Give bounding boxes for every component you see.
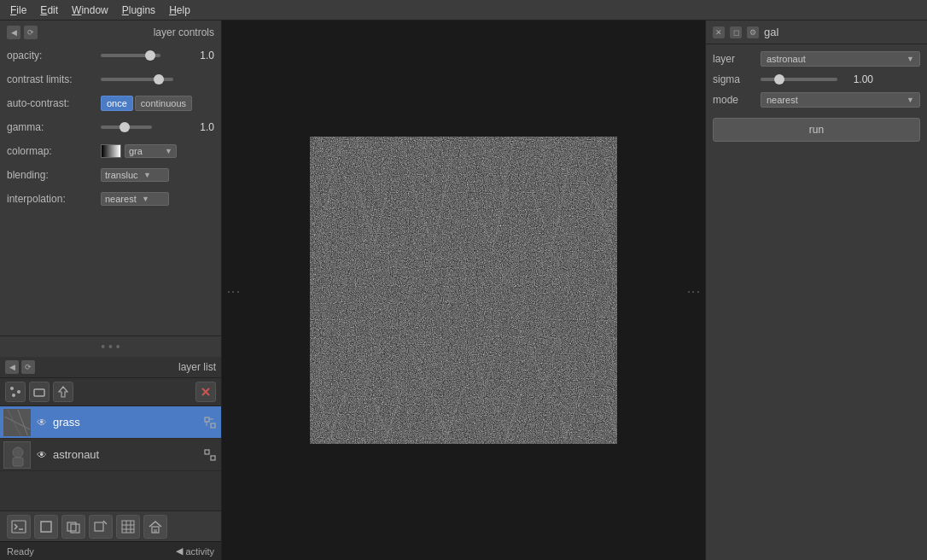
astronaut-layer-name: astronaut	[53, 448, 199, 461]
plugin-layer-label: layer	[713, 53, 755, 65]
layer-list-header: ◀ ⟳ layer list	[0, 357, 221, 378]
controls-icon-1[interactable]: ◀	[7, 26, 20, 39]
auto-contrast-label: auto-contrast:	[7, 97, 101, 109]
colormap-arrow-icon: ▼	[165, 147, 172, 155]
plugin-mode-dropdown[interactable]: nearest reflect constant wrap ▼	[761, 92, 920, 108]
interpolation-dropdown[interactable]: nearest linear cubic ▼	[101, 192, 169, 206]
svg-rect-19	[41, 522, 51, 532]
svg-rect-14	[13, 458, 23, 466]
svg-point-0	[10, 387, 14, 390]
left-resize-handle[interactable]: ⋮	[225, 285, 242, 295]
plugin-sigma-label: sigma	[713, 73, 755, 85]
layers-btn[interactable]	[61, 515, 85, 539]
controls-header: ◀ ⟳ layer controls	[7, 26, 214, 39]
run-button[interactable]: run	[713, 118, 920, 142]
statusbar: Ready ◀ activity	[0, 541, 221, 560]
contrast-slider-container	[101, 78, 214, 81]
menu-window[interactable]: Window	[65, 3, 115, 18]
blending-arrow-icon: ▼	[143, 171, 151, 179]
layer-list-icon-1[interactable]: ◀	[5, 360, 19, 374]
menu-help[interactable]: Help	[162, 3, 197, 18]
colormap-label: colormap:	[7, 145, 101, 157]
auto-contrast-once-btn[interactable]: once	[101, 96, 133, 111]
astronaut-expand-icon[interactable]	[202, 447, 218, 463]
opacity-slider[interactable]	[101, 54, 160, 57]
grid-btn[interactable]	[116, 515, 140, 539]
contrast-slider[interactable]	[101, 78, 173, 81]
grass-image	[310, 137, 617, 444]
home-btn[interactable]	[143, 515, 167, 539]
canvas-area: ⋮	[222, 20, 705, 560]
plugin-sigma-value: 1.00	[842, 73, 873, 85]
gamma-slider-container	[101, 125, 196, 129]
blending-row: blending: transluc opaque additive ▼	[7, 166, 214, 184]
gamma-value: 1.0	[200, 121, 214, 133]
colormap-container: gra viridis plasma ▼	[101, 144, 177, 158]
dots-separator-1: • • •	[0, 336, 221, 357]
plugin-sigma-slider-container: 1.00	[761, 73, 920, 85]
layer-list-header-icons: ◀ ⟳	[5, 360, 35, 374]
contrast-label: contrast limits:	[7, 73, 101, 85]
plugin-mode-arrow-icon: ▼	[907, 96, 914, 104]
svg-rect-3	[34, 389, 44, 396]
delete-layer-btn[interactable]	[195, 382, 216, 402]
grass-expand-icon[interactable]	[202, 415, 218, 430]
left-panel: ◀ ⟳ layer controls opacity: 1.0 contrast…	[0, 20, 222, 560]
bottom-toolbar	[0, 510, 221, 541]
layer-item-grass[interactable]: 👁 grass	[0, 406, 221, 439]
astronaut-thumbnail	[3, 441, 31, 469]
layer-list-icon-2[interactable]: ⟳	[21, 360, 35, 374]
plugin-layer-select[interactable]: astronaut grass	[767, 54, 905, 64]
opacity-value: 1.0	[200, 50, 214, 61]
svg-rect-8	[205, 417, 209, 422]
svg-rect-32	[310, 137, 617, 444]
interpolation-label: interpolation:	[7, 193, 101, 205]
colormap-dropdown[interactable]: gra viridis plasma ▼	[125, 144, 177, 158]
add-shapes-btn[interactable]	[29, 382, 50, 402]
plugin-sigma-slider[interactable]	[761, 78, 837, 81]
grass-visibility-icon[interactable]: 👁	[34, 415, 50, 430]
menu-file[interactable]: File	[3, 3, 33, 18]
plugin-detach-icon[interactable]: ◻	[730, 26, 742, 38]
colormap-select[interactable]: gra viridis plasma	[129, 146, 163, 156]
plugin-close-icon[interactable]: ✕	[713, 26, 725, 38]
svg-rect-9	[211, 423, 215, 428]
auto-contrast-continuous-btn[interactable]: continuous	[135, 96, 192, 111]
svg-rect-16	[211, 456, 215, 460]
menu-edit[interactable]: Edit	[33, 3, 65, 18]
svg-rect-15	[205, 450, 209, 454]
add-points-btn[interactable]	[5, 382, 26, 402]
plugin-layer-dropdown[interactable]: astronaut grass ▼	[761, 51, 920, 67]
square-btn[interactable]	[34, 515, 58, 539]
blending-label: blending:	[7, 169, 101, 181]
right-resize-handle[interactable]: ⋮	[685, 285, 702, 295]
add-labels-btn[interactable]	[53, 382, 73, 402]
svg-point-2	[12, 394, 15, 397]
main-area: ◀ ⟳ layer controls opacity: 1.0 contrast…	[0, 20, 927, 560]
menubar: File Edit Window Plugins Help	[0, 0, 927, 20]
interpolation-select[interactable]: nearest linear cubic	[105, 194, 140, 204]
svg-rect-17	[12, 521, 26, 533]
plugin-mode-select[interactable]: nearest reflect constant wrap	[767, 95, 905, 105]
astronaut-visibility-icon[interactable]: 👁	[34, 447, 50, 463]
blending-select[interactable]: transluc opaque additive	[105, 170, 142, 180]
svg-point-1	[17, 390, 20, 394]
gamma-slider[interactable]	[101, 125, 152, 129]
plugin-layer-row: layer astronaut grass ▼	[713, 51, 920, 67]
controls-icon-2[interactable]: ⟳	[24, 26, 38, 39]
grass-thumbnail	[3, 409, 31, 436]
gamma-label: gamma:	[7, 121, 101, 133]
adjust-btn[interactable]	[89, 515, 113, 539]
plugin-mode-row: mode nearest reflect constant wrap ▼	[713, 92, 920, 108]
plugin-layer-arrow-icon: ▼	[907, 55, 914, 63]
activity-arrow-icon: ◀	[176, 545, 183, 557]
layer-list-panel: ◀ ⟳ layer list	[0, 357, 221, 510]
svg-rect-28	[122, 521, 134, 533]
activity-btn[interactable]: ◀ activity	[176, 545, 214, 557]
svg-rect-30	[154, 529, 157, 533]
layer-item-astronaut[interactable]: 👁 astronaut	[0, 439, 221, 471]
plugin-settings-icon[interactable]: ⚙	[747, 26, 759, 38]
menu-plugins[interactable]: Plugins	[115, 3, 162, 18]
terminal-btn[interactable]	[7, 515, 31, 539]
blending-dropdown[interactable]: transluc opaque additive ▼	[101, 168, 169, 182]
